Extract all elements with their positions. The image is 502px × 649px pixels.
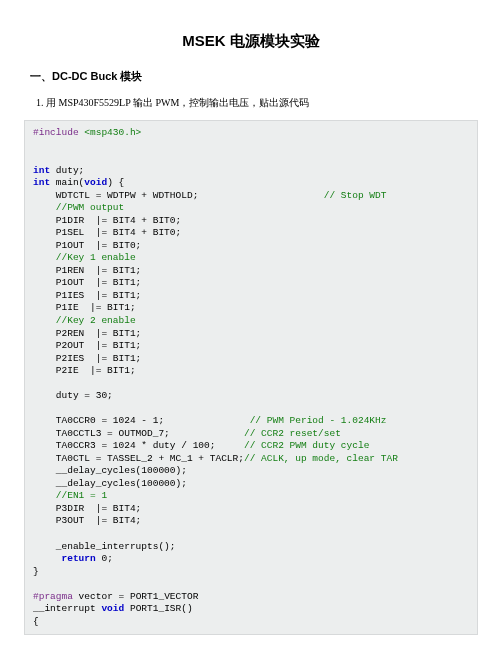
code-token: #pragma xyxy=(33,591,73,602)
code-token: vector = PORT1_VECTOR xyxy=(73,591,198,602)
code-line: P1IES |= BIT1; xyxy=(33,290,141,301)
code-line: P1IE |= BIT1; xyxy=(33,302,136,313)
code-line xyxy=(33,553,62,564)
code-comment: //EN1 = 1 xyxy=(33,490,107,501)
code-line: TA0CCTL3 = OUTMOD_7; xyxy=(33,428,244,439)
code-line: P2REN |= BIT1; xyxy=(33,328,141,339)
code-block: #include <msp430.h> int duty; int main(v… xyxy=(24,120,478,635)
code-token: __interrupt xyxy=(33,603,101,614)
code-line: P1SEL |= BIT4 + BIT0; xyxy=(33,227,181,238)
code-token: duty; xyxy=(50,165,84,176)
code-line: P2IES |= BIT1; xyxy=(33,353,141,364)
code-comment: //Key 2 enable xyxy=(33,315,136,326)
code-comment: // ACLK, up mode, clear TAR xyxy=(244,453,398,464)
code-token: main( xyxy=(50,177,84,188)
code-line: TA0CTL = TASSEL_2 + MC_1 + TACLR; xyxy=(33,453,244,464)
code-token: void xyxy=(84,177,107,188)
code-token: void xyxy=(101,603,124,614)
code-line: _enable_interrupts(); xyxy=(33,541,176,552)
code-token: <msp430.h> xyxy=(84,127,141,138)
code-line: P3DIR |= BIT4; xyxy=(33,503,141,514)
code-line: duty = 30; xyxy=(33,390,113,401)
code-line: P1DIR |= BIT4 + BIT0; xyxy=(33,215,181,226)
code-comment: // Stop WDT xyxy=(324,190,387,201)
code-line: P2IE |= BIT1; xyxy=(33,365,136,376)
code-line: __delay_cycles(100000); xyxy=(33,465,187,476)
code-comment: //Key 1 enable xyxy=(33,252,136,263)
code-line: } xyxy=(33,566,39,577)
code-token: int xyxy=(33,165,50,176)
code-line: P1OUT |= BIT0; xyxy=(33,240,141,251)
code-token: int xyxy=(33,177,50,188)
code-token: return xyxy=(62,553,96,564)
code-token: #include xyxy=(33,127,79,138)
code-line: WDTCTL = WDTPW + WDTHOLD; xyxy=(33,190,324,201)
code-comment: // CCR2 reset/set xyxy=(244,428,341,439)
code-line: P1REN |= BIT1; xyxy=(33,265,141,276)
code-line: P1OUT |= BIT1; xyxy=(33,277,141,288)
code-token: PORT1_ISR() xyxy=(124,603,192,614)
page-title: MSEK 电源模块实验 xyxy=(30,32,472,51)
code-comment: //PWM output xyxy=(33,202,124,213)
code-line: TA0CCR3 = 1024 * duty / 100; xyxy=(33,440,244,451)
code-token: 0; xyxy=(96,553,113,564)
instruction-text: 1. 用 MSP430F5529LP 输出 PWM，控制输出电压，贴出源代码 xyxy=(36,96,472,110)
code-line: P2OUT |= BIT1; xyxy=(33,340,141,351)
code-comment: // CCR2 PWM duty cycle xyxy=(244,440,369,451)
code-token: ) { xyxy=(107,177,124,188)
code-line: __delay_cycles(100000); xyxy=(33,478,187,489)
code-line: TA0CCR0 = 1024 - 1; xyxy=(33,415,250,426)
section-heading: 一、DC-DC Buck 模块 xyxy=(30,69,472,84)
code-line: P3OUT |= BIT4; xyxy=(33,515,141,526)
code-comment: // PWM Period - 1.024KHz xyxy=(250,415,387,426)
code-line: { xyxy=(33,616,39,627)
